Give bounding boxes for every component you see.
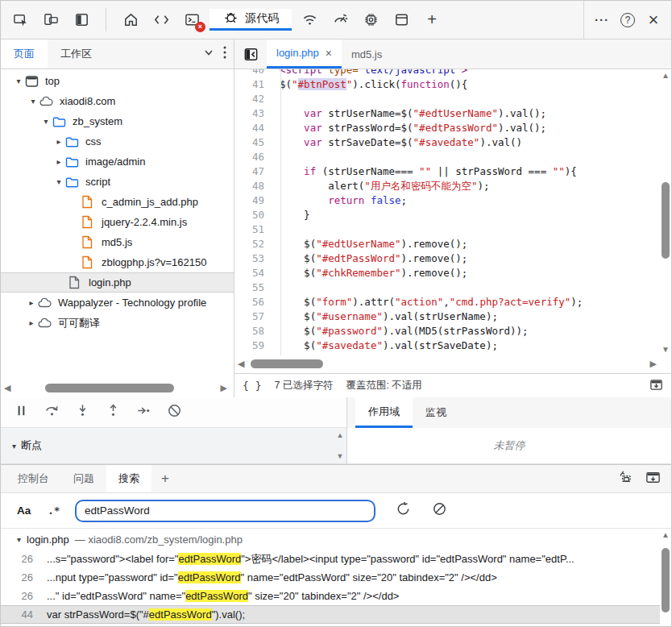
scrollbar-thumb[interactable] <box>662 182 670 259</box>
expander-icon[interactable]: ▸ <box>25 318 38 327</box>
code-lines[interactable]: 40<script type="text/javascript">41$("#b… <box>234 69 660 353</box>
tab-watch[interactable]: 监视 <box>413 397 459 428</box>
line-number[interactable]: 46 <box>234 150 272 164</box>
scroll-left-icon[interactable]: ◀ <box>4 383 10 393</box>
scrollbar-thumb[interactable] <box>662 548 670 612</box>
line-number[interactable]: 58 <box>234 324 272 338</box>
line-number[interactable]: 52 <box>234 237 272 251</box>
clear-search-button[interactable] <box>431 500 448 521</box>
match-case-toggle[interactable]: Aa <box>17 505 48 517</box>
tree-item[interactable]: login.php <box>1 272 234 293</box>
code-line[interactable]: 57 $("#username").val(strUserName); <box>234 309 660 324</box>
code-editor[interactable]: 40<script type="text/javascript">41$("#b… <box>234 69 671 397</box>
tab-scope[interactable]: 作用域 <box>355 397 413 428</box>
code-line[interactable]: 55 <box>234 280 660 295</box>
step-into-button[interactable] <box>70 401 94 424</box>
tab-page[interactable]: 页面 <box>1 39 48 69</box>
line-number[interactable]: 45 <box>234 135 272 150</box>
hide-navigator-button[interactable] <box>238 41 263 67</box>
line-number[interactable]: 40 <box>234 69 272 77</box>
scroll-right-icon[interactable]: ▶ <box>650 359 657 369</box>
tree-item[interactable]: ▸Wappalyzer - Technology profile <box>1 293 234 313</box>
regex-toggle[interactable]: .* <box>48 505 75 517</box>
tab-workspace[interactable]: 工作区 <box>48 39 105 69</box>
scroll-up-icon[interactable]: ▲ <box>662 71 670 80</box>
line-number[interactable]: 41 <box>234 77 272 92</box>
line-number[interactable]: 59 <box>234 338 272 353</box>
tree-item[interactable]: ▾zb_system <box>1 111 234 131</box>
step-over-button[interactable] <box>39 401 64 424</box>
expander-icon[interactable]: ▾ <box>27 97 39 106</box>
search-result-row[interactable]: 44var strPassWord=$("#edtPassWord").val(… <box>1 605 660 624</box>
scroll-up-icon[interactable]: ▲ <box>337 431 344 439</box>
expander-icon[interactable]: ▾ <box>12 442 16 451</box>
code-line[interactable]: 42 <box>234 92 660 106</box>
editor-tab-login-php[interactable]: login.php × <box>267 39 342 69</box>
line-number[interactable]: 44 <box>234 121 272 135</box>
tree-item[interactable]: zblogphp.js?v=162150 <box>1 252 234 272</box>
line-number[interactable]: 56 <box>234 295 272 309</box>
tab-network[interactable] <box>297 7 322 33</box>
line-number[interactable]: 53 <box>234 251 272 266</box>
tree-item[interactable]: c_admin_js_add.php <box>1 192 234 212</box>
expander-icon[interactable]: ▾ <box>12 77 25 85</box>
navigator-horizontal-scrollbar[interactable]: ◀ ▶ <box>1 380 234 397</box>
expander-icon[interactable]: ▸ <box>25 298 38 307</box>
editor-horizontal-scrollbar[interactable]: ◀ ▶ <box>234 355 660 373</box>
code-line[interactable]: 59 $("#savedate").val(strSaveDate); <box>234 338 660 353</box>
help-button[interactable]: ? <box>615 7 641 33</box>
tab-memory[interactable] <box>358 7 384 33</box>
search-result-row[interactable]: 26...nput type="password" id="edtPassWor… <box>1 568 660 587</box>
code-line[interactable]: 45 var strSaveDate=$("#savedate").val() <box>234 135 660 150</box>
line-number[interactable]: 42 <box>234 92 272 106</box>
search-result-row[interactable]: 26...s="password"><label for="edtPassWor… <box>1 550 660 568</box>
expander-icon[interactable]: ▸ <box>52 157 65 166</box>
kebab-menu-icon[interactable] <box>222 45 227 63</box>
tree-item[interactable]: ▾script <box>1 172 234 192</box>
expander-icon[interactable]: ▾ <box>17 535 21 544</box>
code-line[interactable]: 52 $("#edtUserName").remove(); <box>234 237 660 251</box>
dock-download-icon[interactable] <box>649 378 663 394</box>
breakpoints-scrollbar[interactable]: ▲ ▼ <box>335 431 345 460</box>
inspect-button[interactable] <box>7 7 33 33</box>
tree-item[interactable]: ▸可可翻译 <box>1 313 234 333</box>
code-line[interactable]: 44 var strPassWord=$("#edtPassWord").val… <box>234 121 660 135</box>
line-number[interactable]: 55 <box>234 280 272 295</box>
refresh-search-button[interactable] <box>395 500 412 521</box>
close-devtools-button[interactable]: × <box>641 7 666 33</box>
line-number[interactable]: 54 <box>234 266 272 280</box>
pause-button[interactable] <box>9 401 33 424</box>
rotate-panel-icon[interactable] <box>616 469 633 489</box>
code-line[interactable]: 41$("#btnPost").click(function(){ <box>234 77 660 92</box>
tab-elements[interactable] <box>148 7 174 33</box>
code-line[interactable]: 54 $("#chkRemember").remove(); <box>234 266 660 280</box>
tree-item[interactable]: ▾top <box>1 71 234 91</box>
search-result-row[interactable]: 53$("#edtPassWord").remove(); <box>1 624 660 626</box>
more-tabs-button[interactable]: + <box>419 7 445 33</box>
code-line[interactable]: 46 <box>234 150 660 164</box>
search-input[interactable] <box>75 500 375 522</box>
line-number[interactable]: 51 <box>234 222 272 237</box>
close-tab-icon[interactable]: × <box>326 47 332 60</box>
tab-application[interactable] <box>388 7 414 33</box>
code-line[interactable]: 49 return false; <box>234 193 660 208</box>
step-button[interactable] <box>131 401 156 424</box>
code-line[interactable]: 48 alert("用户名和密码不能为空"); <box>234 179 660 193</box>
scroll-down-icon[interactable]: ▼ <box>337 452 344 460</box>
results-vertical-scrollbar[interactable]: ▲ <box>660 529 671 626</box>
scroll-right-icon[interactable]: ▶ <box>221 383 227 393</box>
code-line[interactable]: 47 if (strUserName=== "" || strPassWord … <box>234 164 660 179</box>
tab-home[interactable] <box>118 7 143 33</box>
tab-performance[interactable] <box>327 7 353 33</box>
line-number[interactable]: 48 <box>234 179 272 193</box>
add-drawer-tab-button[interactable]: + <box>151 465 179 492</box>
pretty-print-button[interactable]: { } <box>243 380 261 392</box>
breakpoints-section[interactable]: ▾ 断点 ▲ ▼ <box>1 428 346 464</box>
scroll-up-icon[interactable]: ▲ <box>662 530 670 539</box>
line-number[interactable]: 47 <box>234 164 272 179</box>
scrollbar-thumb[interactable] <box>251 359 323 368</box>
code-viewport[interactable]: 40<script type="text/javascript">41$("#b… <box>234 69 660 355</box>
tab-issues[interactable]: 问题 <box>61 465 106 492</box>
expander-icon[interactable]: ▾ <box>52 177 65 186</box>
code-line[interactable]: 53 $("#edtPassWord").remove(); <box>234 251 660 266</box>
